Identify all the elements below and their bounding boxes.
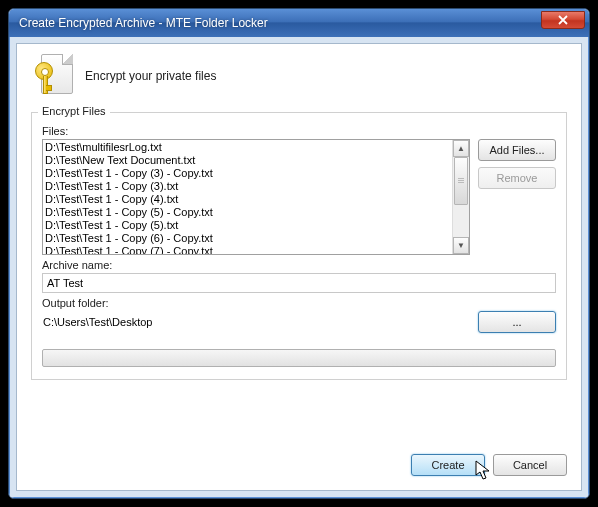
scroll-up-button[interactable]: ▲ [453, 140, 469, 157]
key-page-icon [35, 54, 75, 98]
close-button[interactable] [541, 11, 585, 29]
file-item[interactable]: D:\Test\Test 1 - Copy (7) - Copy.txt [45, 245, 450, 254]
file-item[interactable]: D:\Test\Test 1 - Copy (3) - Copy.txt [45, 167, 450, 180]
remove-button: Remove [478, 167, 556, 189]
titlebar[interactable]: Create Encrypted Archive - MTE Folder Lo… [9, 9, 589, 37]
files-scrollbar[interactable]: ▲ ▼ [452, 140, 469, 254]
archive-name-label: Archive name: [42, 259, 556, 271]
close-icon [558, 15, 568, 25]
file-item[interactable]: D:\Test\multifilesrLog.txt [45, 141, 450, 154]
output-folder-input[interactable] [42, 312, 470, 332]
client-area: Encrypt your private files Encrypt Files… [16, 43, 582, 491]
group-title: Encrypt Files [38, 105, 110, 117]
file-item[interactable]: D:\Test\Test 1 - Copy (4).txt [45, 193, 450, 206]
footer: Create Cancel [31, 440, 567, 476]
files-list-content: D:\Test\multifilesrLog.txt D:\Test\New T… [43, 140, 452, 254]
cancel-button[interactable]: Cancel [493, 454, 567, 476]
output-folder-label: Output folder: [42, 297, 556, 309]
dialog-window: Create Encrypted Archive - MTE Folder Lo… [8, 8, 590, 499]
create-button[interactable]: Create [411, 454, 485, 476]
window-title: Create Encrypted Archive - MTE Folder Lo… [19, 16, 541, 30]
header-subtitle: Encrypt your private files [85, 69, 216, 83]
file-item[interactable]: D:\Test\Test 1 - Copy (5) - Copy.txt [45, 206, 450, 219]
browse-button[interactable]: ... [478, 311, 556, 333]
file-item[interactable]: D:\Test\Test 1 - Copy (5).txt [45, 219, 450, 232]
window-frame: Encrypt your private files Encrypt Files… [9, 37, 589, 498]
scroll-thumb[interactable] [454, 157, 468, 205]
file-item[interactable]: D:\Test\New Text Document.txt [45, 154, 450, 167]
header: Encrypt your private files [31, 54, 567, 98]
file-item[interactable]: D:\Test\Test 1 - Copy (3).txt [45, 180, 450, 193]
scroll-track[interactable] [453, 157, 469, 237]
files-label: Files: [42, 125, 556, 137]
file-item[interactable]: D:\Test\Test 1 - Copy (6) - Copy.txt [45, 232, 450, 245]
scroll-down-button[interactable]: ▼ [453, 237, 469, 254]
progress-bar [42, 349, 556, 367]
files-listbox[interactable]: D:\Test\multifilesrLog.txt D:\Test\New T… [42, 139, 470, 255]
archive-name-input[interactable] [42, 273, 556, 293]
encrypt-files-group: Encrypt Files Files: D:\Test\multifilesr… [31, 112, 567, 380]
add-files-button[interactable]: Add Files... [478, 139, 556, 161]
